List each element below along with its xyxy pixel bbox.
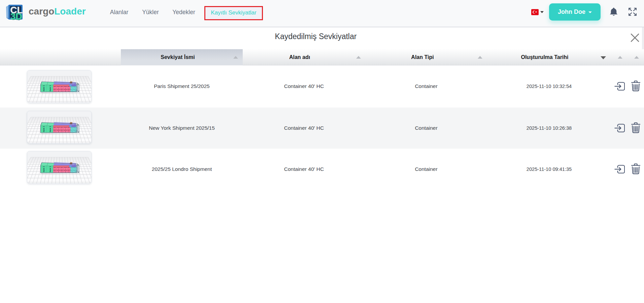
svg-text:Item 5: Item 5 <box>68 86 70 87</box>
svg-text:Item 4: Item 4 <box>64 129 67 131</box>
svg-text:Itm 3: Itm 3 <box>74 87 76 88</box>
svg-text:Item 3: Item 3 <box>61 170 63 171</box>
svg-text:Item 2: Item 2 <box>57 167 60 168</box>
svg-text:Item 4: Item 4 <box>64 127 67 128</box>
svg-text:Itm 3: Itm 3 <box>71 170 73 171</box>
svg-text:Itm 3: Itm 3 <box>71 168 73 169</box>
svg-text:Item 3: Item 3 <box>61 89 63 90</box>
svg-text:Item 3: Item 3 <box>61 127 63 128</box>
svg-text:Item 2: Item 2 <box>57 170 60 171</box>
svg-text:Item 4: Item 4 <box>64 86 67 87</box>
svg-text:Item 4: Item 4 <box>64 89 67 90</box>
svg-text:Itm 3: Itm 3 <box>71 89 73 90</box>
svg-text:Item 5: Item 5 <box>68 170 70 171</box>
svg-text:item 1: item 1 <box>42 126 45 132</box>
svg-text:Item 5: Item 5 <box>68 129 70 131</box>
svg-text:3D: 3D <box>10 11 22 21</box>
svg-text:Item 4: Item 4 <box>64 170 67 171</box>
svg-text:Item 3: Item 3 <box>61 167 63 168</box>
svg-text:Item 3: Item 3 <box>61 86 63 87</box>
svg-text:Itm 3: Itm 3 <box>71 87 73 88</box>
svg-text:item 1: item 1 <box>42 85 45 91</box>
svg-text:Itm 3: Itm 3 <box>71 127 73 128</box>
svg-text:Item 2: Item 2 <box>57 89 60 90</box>
svg-text:item 1: item 1 <box>49 166 51 172</box>
svg-text:Item 1: Item 1 <box>54 86 57 87</box>
svg-text:Item 2: Item 2 <box>57 127 60 128</box>
svg-text:item 1: item 1 <box>42 166 45 172</box>
svg-text:Item 2: Item 2 <box>57 86 60 87</box>
svg-text:Item 3: Item 3 <box>61 129 63 131</box>
svg-text:Item 1: Item 1 <box>54 167 57 168</box>
svg-text:Item 5: Item 5 <box>68 167 70 168</box>
svg-text:Item 5: Item 5 <box>68 89 70 90</box>
svg-text:Item 2: Item 2 <box>57 129 60 131</box>
svg-text:Item 4: Item 4 <box>64 167 67 168</box>
svg-text:Item 5: Item 5 <box>68 127 70 128</box>
svg-text:Item 1: Item 1 <box>54 170 57 171</box>
svg-text:Itm 3: Itm 3 <box>71 130 73 131</box>
svg-text:Item 1: Item 1 <box>54 129 57 131</box>
svg-text:Itm 3: Itm 3 <box>74 168 76 169</box>
svg-text:Item 1: Item 1 <box>54 89 57 90</box>
svg-text:item 1: item 1 <box>49 85 51 91</box>
svg-text:item 1: item 1 <box>49 126 51 132</box>
svg-text:Item 1: Item 1 <box>54 127 57 128</box>
svg-text:Itm 3: Itm 3 <box>74 127 76 128</box>
